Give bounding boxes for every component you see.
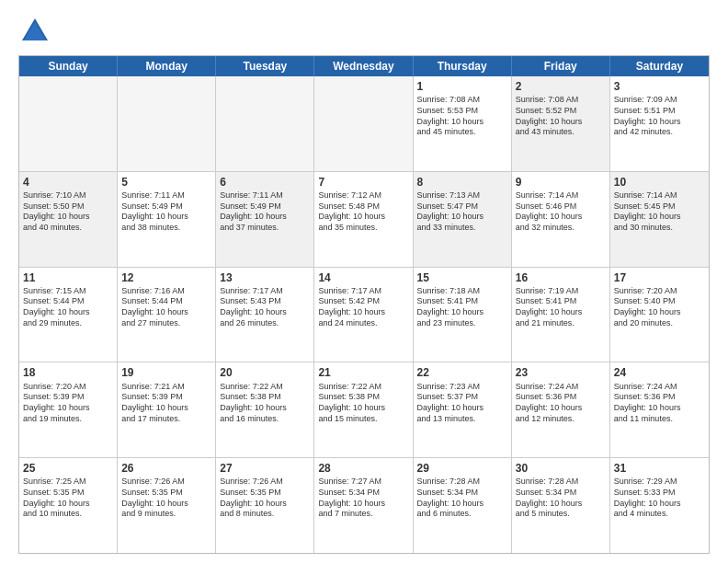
day-number: 5: [121, 175, 211, 190]
day-number: 26: [121, 461, 211, 476]
weekday-header-thursday: Thursday: [414, 56, 512, 76]
page: SundayMondayTuesdayWednesdayThursdayFrid…: [0, 0, 728, 563]
weekday-header-sunday: Sunday: [19, 56, 118, 76]
empty-cell: [314, 76, 413, 171]
day-info: Sunrise: 7:17 AM Sunset: 5:42 PM Dayligh…: [318, 286, 408, 329]
day-info: Sunrise: 7:09 AM Sunset: 5:51 PM Dayligh…: [614, 95, 705, 138]
day-number: 10: [614, 175, 705, 190]
day-cell-2: 2Sunrise: 7:08 AM Sunset: 5:52 PM Daylig…: [512, 76, 610, 171]
day-info: Sunrise: 7:10 AM Sunset: 5:50 PM Dayligh…: [23, 190, 113, 234]
logo: [18, 15, 55, 48]
day-cell-29: 29Sunrise: 7:28 AM Sunset: 5:34 PM Dayli…: [414, 458, 512, 553]
day-info: Sunrise: 7:22 AM Sunset: 5:38 PM Dayligh…: [220, 382, 310, 425]
day-number: 28: [318, 461, 408, 476]
empty-cell: [19, 76, 118, 171]
day-info: Sunrise: 7:16 AM Sunset: 5:44 PM Dayligh…: [121, 286, 211, 329]
day-info: Sunrise: 7:17 AM Sunset: 5:43 PM Dayligh…: [220, 286, 310, 329]
day-number: 31: [614, 461, 705, 476]
day-info: Sunrise: 7:08 AM Sunset: 5:53 PM Dayligh…: [417, 95, 507, 138]
day-number: 6: [220, 175, 310, 190]
day-cell-20: 20Sunrise: 7:22 AM Sunset: 5:38 PM Dayli…: [216, 362, 314, 457]
day-cell-13: 13Sunrise: 7:17 AM Sunset: 5:43 PM Dayli…: [216, 268, 314, 362]
day-cell-17: 17Sunrise: 7:20 AM Sunset: 5:40 PM Dayli…: [610, 268, 709, 362]
day-info: Sunrise: 7:26 AM Sunset: 5:35 PM Dayligh…: [220, 477, 310, 520]
day-number: 12: [121, 270, 211, 285]
logo-icon: [18, 15, 51, 48]
day-cell-5: 5Sunrise: 7:11 AM Sunset: 5:49 PM Daylig…: [118, 172, 216, 267]
calendar-row-5: 25Sunrise: 7:25 AM Sunset: 5:35 PM Dayli…: [19, 457, 709, 553]
day-number: 29: [417, 461, 507, 476]
day-info: Sunrise: 7:08 AM Sunset: 5:52 PM Dayligh…: [516, 95, 606, 138]
day-info: Sunrise: 7:28 AM Sunset: 5:34 PM Dayligh…: [516, 477, 606, 520]
day-number: 27: [220, 461, 310, 476]
day-cell-14: 14Sunrise: 7:17 AM Sunset: 5:42 PM Dayli…: [314, 268, 413, 362]
day-number: 19: [121, 365, 211, 380]
day-info: Sunrise: 7:28 AM Sunset: 5:34 PM Dayligh…: [417, 477, 507, 520]
header: [18, 15, 710, 48]
calendar-header: SundayMondayTuesdayWednesdayThursdayFrid…: [19, 56, 709, 76]
day-cell-27: 27Sunrise: 7:26 AM Sunset: 5:35 PM Dayli…: [216, 458, 314, 553]
day-number: 22: [417, 365, 507, 380]
calendar-row-3: 11Sunrise: 7:15 AM Sunset: 5:44 PM Dayli…: [19, 267, 709, 362]
day-cell-12: 12Sunrise: 7:16 AM Sunset: 5:44 PM Dayli…: [118, 268, 216, 362]
day-cell-25: 25Sunrise: 7:25 AM Sunset: 5:35 PM Dayli…: [19, 458, 118, 553]
day-number: 2: [516, 79, 606, 94]
day-cell-15: 15Sunrise: 7:18 AM Sunset: 5:41 PM Dayli…: [414, 268, 512, 362]
day-number: 13: [220, 270, 310, 285]
calendar-row-2: 4Sunrise: 7:10 AM Sunset: 5:50 PM Daylig…: [19, 171, 709, 267]
weekday-header-wednesday: Wednesday: [314, 56, 413, 76]
day-cell-8: 8Sunrise: 7:13 AM Sunset: 5:47 PM Daylig…: [414, 172, 512, 267]
day-number: 17: [614, 270, 705, 285]
calendar: SundayMondayTuesdayWednesdayThursdayFrid…: [18, 55, 710, 554]
day-cell-26: 26Sunrise: 7:26 AM Sunset: 5:35 PM Dayli…: [118, 458, 216, 553]
day-cell-11: 11Sunrise: 7:15 AM Sunset: 5:44 PM Dayli…: [19, 268, 118, 362]
weekday-header-tuesday: Tuesday: [216, 56, 314, 76]
day-info: Sunrise: 7:21 AM Sunset: 5:39 PM Dayligh…: [121, 382, 211, 425]
calendar-row-4: 18Sunrise: 7:20 AM Sunset: 5:39 PM Dayli…: [19, 362, 709, 457]
day-cell-31: 31Sunrise: 7:29 AM Sunset: 5:33 PM Dayli…: [610, 458, 709, 553]
day-number: 3: [614, 79, 705, 94]
day-info: Sunrise: 7:13 AM Sunset: 5:47 PM Dayligh…: [417, 190, 507, 234]
day-cell-28: 28Sunrise: 7:27 AM Sunset: 5:34 PM Dayli…: [314, 458, 413, 553]
day-cell-23: 23Sunrise: 7:24 AM Sunset: 5:36 PM Dayli…: [512, 362, 610, 457]
day-info: Sunrise: 7:27 AM Sunset: 5:34 PM Dayligh…: [318, 477, 408, 520]
empty-cell: [216, 76, 314, 171]
day-info: Sunrise: 7:20 AM Sunset: 5:39 PM Dayligh…: [23, 382, 113, 425]
day-number: 16: [516, 270, 606, 285]
day-info: Sunrise: 7:29 AM Sunset: 5:33 PM Dayligh…: [614, 477, 705, 520]
day-cell-19: 19Sunrise: 7:21 AM Sunset: 5:39 PM Dayli…: [118, 362, 216, 457]
day-cell-4: 4Sunrise: 7:10 AM Sunset: 5:50 PM Daylig…: [19, 172, 118, 267]
day-number: 18: [23, 365, 113, 380]
day-number: 24: [614, 365, 705, 380]
day-info: Sunrise: 7:15 AM Sunset: 5:44 PM Dayligh…: [23, 286, 113, 329]
day-number: 25: [23, 461, 113, 476]
day-number: 9: [516, 175, 606, 190]
day-number: 30: [516, 461, 606, 476]
day-info: Sunrise: 7:14 AM Sunset: 5:45 PM Dayligh…: [614, 190, 705, 234]
day-info: Sunrise: 7:14 AM Sunset: 5:46 PM Dayligh…: [516, 190, 606, 234]
weekday-header-friday: Friday: [512, 56, 610, 76]
day-cell-3: 3Sunrise: 7:09 AM Sunset: 5:51 PM Daylig…: [610, 76, 709, 171]
day-number: 21: [318, 365, 408, 380]
day-info: Sunrise: 7:11 AM Sunset: 5:49 PM Dayligh…: [121, 190, 211, 234]
day-info: Sunrise: 7:20 AM Sunset: 5:40 PM Dayligh…: [614, 286, 705, 329]
day-number: 7: [318, 175, 408, 190]
day-number: 23: [516, 365, 606, 380]
day-cell-6: 6Sunrise: 7:11 AM Sunset: 5:49 PM Daylig…: [216, 172, 314, 267]
weekday-header-monday: Monday: [118, 56, 216, 76]
day-info: Sunrise: 7:12 AM Sunset: 5:48 PM Dayligh…: [318, 190, 408, 234]
day-cell-7: 7Sunrise: 7:12 AM Sunset: 5:48 PM Daylig…: [314, 172, 413, 267]
day-cell-16: 16Sunrise: 7:19 AM Sunset: 5:41 PM Dayli…: [512, 268, 610, 362]
calendar-body: 1Sunrise: 7:08 AM Sunset: 5:53 PM Daylig…: [19, 76, 709, 553]
day-number: 11: [23, 270, 113, 285]
day-cell-24: 24Sunrise: 7:24 AM Sunset: 5:36 PM Dayli…: [610, 362, 709, 457]
day-info: Sunrise: 7:26 AM Sunset: 5:35 PM Dayligh…: [121, 477, 211, 520]
day-cell-1: 1Sunrise: 7:08 AM Sunset: 5:53 PM Daylig…: [414, 76, 512, 171]
day-cell-18: 18Sunrise: 7:20 AM Sunset: 5:39 PM Dayli…: [19, 362, 118, 457]
day-info: Sunrise: 7:11 AM Sunset: 5:49 PM Dayligh…: [220, 190, 310, 234]
day-number: 15: [417, 270, 507, 285]
svg-marker-1: [24, 22, 46, 40]
day-number: 1: [417, 79, 507, 94]
day-info: Sunrise: 7:18 AM Sunset: 5:41 PM Dayligh…: [417, 286, 507, 329]
day-number: 20: [220, 365, 310, 380]
